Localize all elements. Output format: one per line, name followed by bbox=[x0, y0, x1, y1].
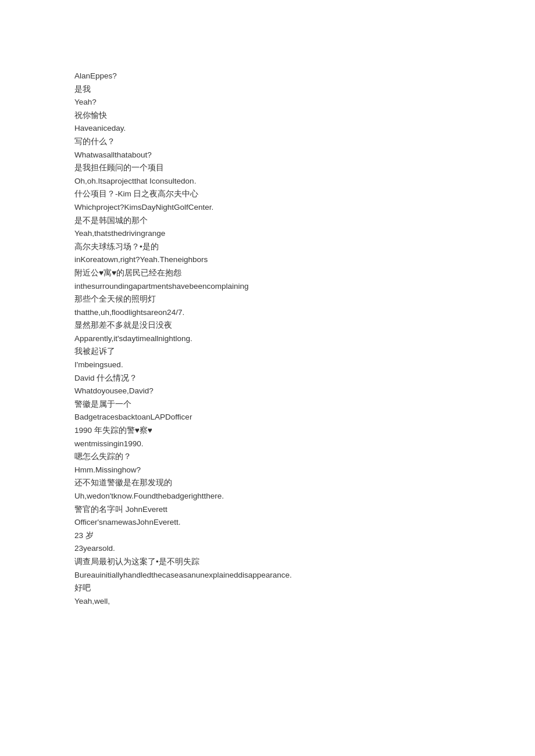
subtitle-line-1: AlanEppes? bbox=[74, 70, 461, 83]
subtitle-line-40: 好吧 bbox=[74, 582, 461, 594]
subtitle-line-13: Yeah,thatsthedrivingrange bbox=[74, 227, 461, 240]
subtitle-line-38: 调查局最初认为这案了•是不明失踪 bbox=[74, 556, 461, 568]
subtitle-line-3: Yeah? bbox=[74, 96, 461, 109]
subtitle-line-23: I'mbeingsued. bbox=[74, 359, 461, 371]
subtitle-line-36: 23 岁 bbox=[74, 529, 461, 542]
subtitle-line-26: 警徽是属于一个 bbox=[74, 398, 461, 411]
subtitle-line-24: David 什么情况？ bbox=[74, 372, 461, 385]
subtitle-line-19: thatthe,uh,floodlightsareon24/7. bbox=[74, 306, 461, 319]
subtitle-line-6: 写的什么？ bbox=[74, 135, 461, 148]
subtitle-line-33: Uh,wedon'tknow.Foundthebadgerightthere. bbox=[74, 490, 461, 503]
subtitle-line-21: Apparently,it'sdaytimeallnightlong. bbox=[74, 332, 461, 345]
subtitle-line-8: 是我担任顾问的一个项目 bbox=[74, 162, 461, 174]
subtitle-line-16: 附近公♥寓♥的居民已经在抱怨 bbox=[74, 267, 461, 280]
subtitle-line-11: Whichproject?KimsDayNightGolfCenter. bbox=[74, 201, 461, 214]
subtitle-line-29: wentmissingin1990. bbox=[74, 438, 461, 450]
subtitle-line-17: inthesurroundingapartmentshavebeencompla… bbox=[74, 280, 461, 293]
subtitle-line-4: 祝你愉快 bbox=[74, 109, 461, 122]
subtitle-line-30: 嗯怎么失踪的？ bbox=[74, 450, 461, 463]
subtitle-line-12: 是不是韩国城的那个 bbox=[74, 214, 461, 227]
subtitle-line-10: 什公项目？-Kim 日之夜高尔夫中心 bbox=[74, 188, 461, 200]
subtitle-line-22: 我被起诉了 bbox=[74, 345, 461, 358]
subtitle-line-18: 那些个全天候的照明灯 bbox=[74, 293, 461, 306]
subtitle-line-7: Whatwasallthatabout? bbox=[74, 149, 461, 162]
subtitle-line-37: 23yearsold. bbox=[74, 542, 461, 555]
subtitle-line-15: inKoreatown,right?Yeah.Theneighbors bbox=[74, 253, 461, 266]
subtitle-line-31: Hmm.Missinghow? bbox=[74, 464, 461, 476]
subtitle-line-5: Haveaniceday. bbox=[74, 122, 461, 135]
subtitle-line-27: BadgetracesbacktoanLAPDofficer bbox=[74, 411, 461, 424]
subtitle-line-34: 警官的名字叫 JohnEverett bbox=[74, 503, 461, 516]
subtitle-line-35: Officer'snamewasJohnEverett. bbox=[74, 516, 461, 529]
subtitle-line-28: 1990 年失踪的警♥察♥ bbox=[74, 424, 461, 437]
subtitle-line-2: 是我 bbox=[74, 83, 461, 96]
subtitle-line-25: Whatdoyousee,David? bbox=[74, 385, 461, 397]
subtitle-line-14: 高尔夫球练习场？•是的 bbox=[74, 241, 461, 253]
subtitle-line-20: 显然那差不多就是没日没夜 bbox=[74, 319, 461, 332]
subtitle-line-39: Bureauinitiallyhandledthecaseasanunexpla… bbox=[74, 569, 461, 582]
subtitle-line-32: 还不知道警徽是在那发现的 bbox=[74, 476, 461, 489]
subtitle-line-9: Oh,oh.Itsaprojectthat Iconsultedon. bbox=[74, 175, 461, 188]
subtitle-line-41: Yeah,well, bbox=[74, 595, 461, 608]
content-area: AlanEppes?是我Yeah?祝你愉快Haveaniceday.写的什么？W… bbox=[74, 70, 461, 607]
